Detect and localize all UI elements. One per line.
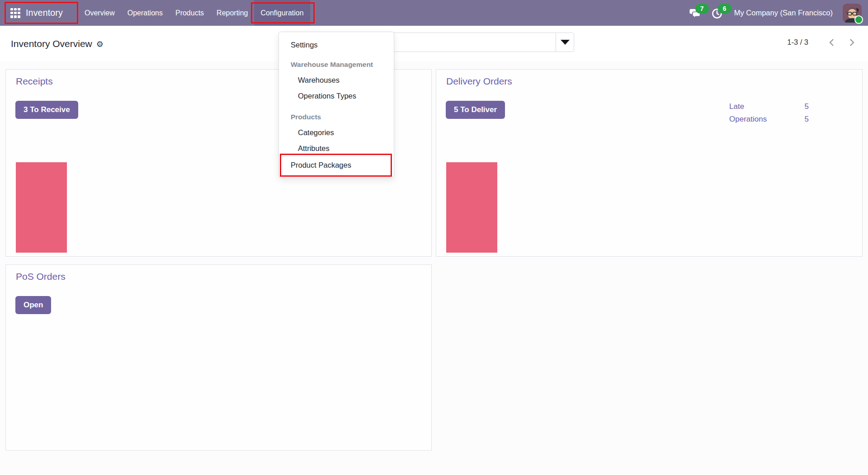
systray: 7 6 My Company (San Francisco): [689, 0, 868, 26]
stat-operations-label[interactable]: Operations: [729, 114, 767, 125]
card-receipts-title[interactable]: Receipts: [16, 76, 53, 87]
card-pos-orders: PoS Orders Open: [5, 264, 432, 451]
search-options-toggle[interactable]: [556, 33, 574, 52]
navbar-item-products[interactable]: Products: [169, 0, 210, 26]
chevron-left-icon: [827, 38, 836, 47]
stat-operations-value[interactable]: 5: [805, 114, 809, 125]
to-deliver-button[interactable]: 5 To Deliver: [446, 101, 505, 119]
menu-section-products: Products: [279, 109, 394, 125]
stat-late[interactable]: Late 5: [729, 101, 809, 112]
menu-item-warehouses[interactable]: Warehouses: [279, 72, 394, 88]
navbar-menu: Overview Operations Products Reporting C…: [78, 0, 310, 26]
user-menu-button[interactable]: [843, 4, 862, 23]
card-pos-orders-title[interactable]: PoS Orders: [16, 271, 66, 282]
screen: Inventory Overview Operations Products R…: [0, 0, 868, 475]
menu-item-operations-types[interactable]: Operations Types: [279, 88, 394, 104]
app-navbar: Inventory Overview Operations Products R…: [0, 0, 868, 26]
app-name[interactable]: Inventory: [26, 8, 63, 18]
control-panel: Inventory Overview ⚙ 1-3 / 3: [0, 26, 868, 61]
navbar-item-overview[interactable]: Overview: [78, 0, 121, 26]
company-switcher[interactable]: My Company (San Francisco): [734, 9, 833, 17]
gear-icon[interactable]: ⚙: [96, 39, 104, 48]
navbar-item-operations[interactable]: Operations: [121, 0, 169, 26]
activities-menu-button[interactable]: 6: [712, 7, 724, 19]
menu-item-product-packages[interactable]: Product Packages: [279, 156, 394, 174]
caret-down-icon: [561, 40, 570, 45]
pager-next-button[interactable]: [842, 38, 862, 47]
app-brand[interactable]: Inventory: [5, 0, 78, 26]
stat-operations[interactable]: Operations 5: [729, 114, 809, 125]
online-status-dot: [854, 15, 863, 24]
activities-count-badge: 6: [718, 4, 731, 14]
messages-menu-button[interactable]: 7: [689, 7, 702, 19]
menu-section-warehouse-management: Warehouse Management: [279, 57, 394, 72]
delivery-graph-bar[interactable]: [446, 162, 497, 253]
card-delivery-orders-title[interactable]: Delivery Orders: [446, 76, 512, 87]
stat-late-label[interactable]: Late: [729, 101, 744, 112]
card-delivery-orders: Delivery Orders 5 To Deliver Late 5 Oper…: [436, 69, 863, 257]
navbar-item-reporting[interactable]: Reporting: [210, 0, 254, 26]
menu-item-settings[interactable]: Settings: [279, 36, 394, 53]
to-receive-button[interactable]: 3 To Receive: [15, 101, 78, 119]
chevron-right-icon: [847, 38, 856, 47]
stat-late-value[interactable]: 5: [805, 101, 809, 112]
pager: 1-3 / 3: [787, 33, 862, 52]
configuration-dropdown-menu: Settings Warehouse Management Warehouses…: [278, 32, 394, 178]
page-title: Inventory Overview: [11, 38, 92, 49]
delivery-stats: Late 5 Operations 5: [729, 101, 809, 125]
menu-item-attributes[interactable]: Attributes: [279, 141, 394, 156]
pager-range: 1-3 / 3: [787, 38, 808, 47]
breadcrumb: Inventory Overview ⚙: [11, 26, 104, 61]
menu-item-categories[interactable]: Categories: [279, 125, 394, 141]
pager-previous-button[interactable]: [822, 38, 842, 47]
messages-count-badge: 7: [695, 4, 709, 14]
pos-open-button[interactable]: Open: [15, 296, 51, 314]
apps-grid-icon[interactable]: [10, 8, 20, 18]
navbar-item-configuration-label: Configuration: [260, 9, 303, 17]
navbar-item-configuration[interactable]: Configuration: [254, 0, 310, 26]
receipts-graph-bar[interactable]: [16, 162, 67, 253]
